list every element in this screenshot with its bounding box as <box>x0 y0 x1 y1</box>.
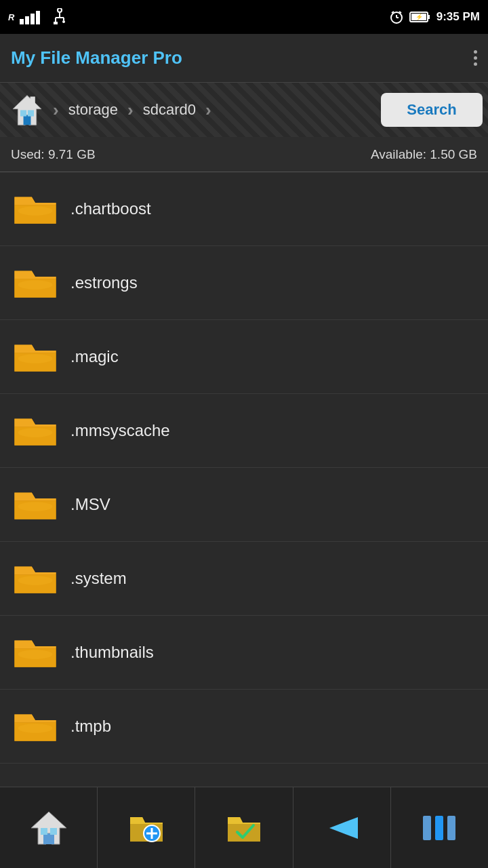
svg-rect-22 <box>20 110 26 116</box>
bottom-more-button[interactable] <box>391 787 488 868</box>
folder-icon-svg <box>12 262 58 303</box>
svg-rect-3 <box>36 11 40 24</box>
bottom-bar <box>0 787 488 868</box>
svg-rect-42 <box>435 816 443 840</box>
bottom-add-button[interactable] <box>98 787 195 868</box>
file-list: .chartboost .estrongs .magic .mmsyscache <box>0 172 488 787</box>
svg-rect-10 <box>54 22 58 24</box>
available-storage: Available: 1.50 GB <box>371 147 477 162</box>
svg-marker-40 <box>329 817 358 839</box>
bottom-bookmark-button[interactable] <box>195 787 293 868</box>
folder-icon-svg <box>12 706 58 747</box>
battery-icon: ⚡ <box>409 11 431 23</box>
folder-icon <box>11 628 60 677</box>
breadcrumb-bar: › storage › sdcard0 › Search <box>0 83 488 137</box>
svg-point-28 <box>18 428 53 437</box>
bottom-more-icon <box>420 809 458 847</box>
separator-1: › <box>53 100 59 121</box>
title-bar: My File Manager Pro <box>0 34 488 83</box>
svg-rect-21 <box>24 115 31 125</box>
bottom-add-icon <box>127 809 165 847</box>
folder-icon-svg <box>12 558 58 599</box>
svg-rect-35 <box>41 828 47 835</box>
storage-info-bar: Used: 9.71 GB Available: 1.50 GB <box>0 137 488 172</box>
separator-2: › <box>127 100 134 121</box>
list-item[interactable]: .tmpb <box>0 690 488 764</box>
svg-rect-24 <box>30 96 35 105</box>
file-name-label: .tmpb <box>70 717 111 736</box>
svg-point-26 <box>18 280 53 290</box>
file-name-label: .MSV <box>70 495 110 514</box>
folder-icon <box>11 554 60 603</box>
svg-rect-23 <box>28 110 34 116</box>
folder-icon-svg <box>12 632 58 673</box>
folder-icon <box>11 406 60 455</box>
svg-point-32 <box>18 724 53 733</box>
list-item[interactable]: .MSV <box>0 468 488 542</box>
folder-icon-svg <box>12 189 58 229</box>
svg-text:⚡: ⚡ <box>415 13 423 21</box>
status-bar: R <box>0 0 488 34</box>
svg-rect-36 <box>50 828 57 835</box>
bottom-home-button[interactable] <box>0 787 98 868</box>
list-item[interactable]: .chartboost <box>0 172 488 246</box>
file-name-label: .mmsyscache <box>70 421 170 440</box>
menu-dots-button[interactable] <box>474 50 477 66</box>
svg-point-4 <box>58 8 62 12</box>
search-button[interactable]: Search <box>381 93 483 127</box>
folder-icon <box>11 332 60 381</box>
r-label: R <box>8 12 14 22</box>
file-name-label: .chartboost <box>70 199 151 218</box>
file-name-label: .system <box>70 569 127 588</box>
svg-rect-2 <box>30 14 35 24</box>
signal-icon <box>20 9 47 24</box>
folder-icon <box>11 702 60 751</box>
file-name-label: .estrongs <box>70 273 138 292</box>
list-item[interactable]: .thumbnails <box>0 616 488 690</box>
list-item[interactable]: .mmsyscache <box>0 394 488 468</box>
list-item[interactable]: .estrongs <box>0 246 488 320</box>
file-name-label: .thumbnails <box>70 643 154 662</box>
folder-icon <box>11 184 60 233</box>
folder-icon <box>11 258 60 307</box>
svg-rect-34 <box>43 833 54 844</box>
home-breadcrumb[interactable] <box>5 88 49 132</box>
separator-3: › <box>205 100 211 121</box>
status-left: R <box>8 8 67 26</box>
svg-point-29 <box>18 502 53 511</box>
svg-point-9 <box>62 20 65 23</box>
used-storage: Used: 9.71 GB <box>11 147 96 162</box>
breadcrumb-storage[interactable]: storage <box>63 98 123 121</box>
usb-icon <box>52 8 67 26</box>
bottom-bookmark-icon <box>225 809 263 847</box>
folder-icon-svg <box>12 484 58 525</box>
breadcrumb-sdcard[interactable]: sdcard0 <box>138 98 201 121</box>
svg-rect-43 <box>447 816 455 840</box>
svg-rect-41 <box>423 816 431 840</box>
svg-point-30 <box>18 576 53 585</box>
list-item[interactable]: .system <box>0 542 488 616</box>
app-title: My File Manager Pro <box>11 47 182 68</box>
svg-rect-1 <box>25 16 29 24</box>
folder-icon-svg <box>12 410 58 451</box>
folder-icon <box>11 480 60 529</box>
bottom-home-icon <box>30 809 68 847</box>
file-name-label: .magic <box>70 347 119 366</box>
list-item[interactable]: .magic <box>0 320 488 394</box>
svg-point-25 <box>18 206 53 216</box>
svg-rect-0 <box>20 19 24 24</box>
svg-point-27 <box>18 354 53 363</box>
svg-point-31 <box>18 650 53 659</box>
bottom-back-button[interactable] <box>293 787 391 868</box>
time-display: 9:35 PM <box>436 10 480 24</box>
bottom-back-icon <box>323 809 361 847</box>
status-right: ⚡ 9:35 PM <box>389 9 480 24</box>
home-breadcrumb-icon <box>10 93 44 127</box>
folder-icon-svg <box>12 336 58 377</box>
alarm-icon <box>389 9 404 24</box>
